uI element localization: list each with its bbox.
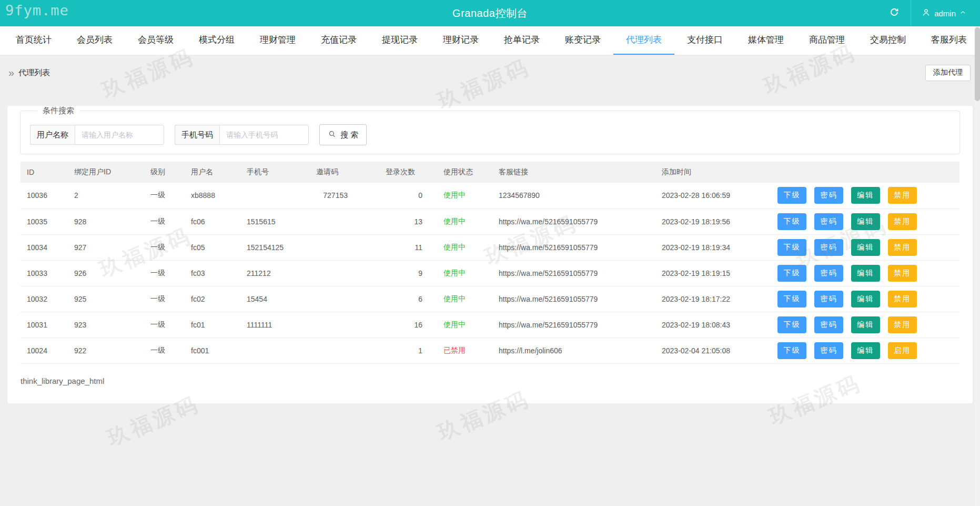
search-button[interactable]: 搜 索	[319, 124, 367, 145]
nav-tab-2[interactable]: 会员列表	[64, 26, 125, 55]
nav-tab-12[interactable]: 支付接口	[674, 26, 735, 55]
table-row: 10032 925 一级 fc02 15454 6 使用中 https://wa…	[21, 286, 959, 312]
cell-service-link: https://wa.me/5216591055779	[492, 209, 655, 234]
app-title: Granada控制台	[0, 6, 980, 21]
edit-button[interactable]: 编辑	[851, 316, 880, 333]
nav-tab-16[interactable]: 客服列表	[918, 26, 979, 55]
cell-login-count: 1	[379, 338, 437, 363]
nav-tab-15[interactable]: 交易控制	[857, 26, 918, 55]
cell-service-link: https://l.me/jolin606	[492, 338, 655, 363]
search-panel: 条件搜索 用户名称 手机号码 搜 索	[20, 106, 960, 154]
toggle-status-button[interactable]: 启用	[888, 342, 917, 359]
table-row: 10024 922 一级 fc001 1 已禁用 https://l.me/jo…	[21, 338, 959, 363]
sub-agent-button[interactable]: 下级	[777, 265, 806, 282]
cell-id: 10032	[21, 286, 68, 312]
toggle-status-button[interactable]: 禁用	[888, 316, 917, 333]
cell-actions: 下级 密码 编辑 启用	[771, 338, 959, 363]
password-button[interactable]: 密码	[814, 265, 843, 282]
cell-service-link: https://wa.me/5216591055779	[492, 312, 655, 338]
status-badge: 使用中	[437, 260, 492, 286]
user-icon	[922, 8, 931, 19]
edit-button[interactable]: 编辑	[851, 213, 880, 230]
cell-created-at: 2023-02-04 21:05:08	[655, 338, 771, 363]
username-input[interactable]	[75, 125, 164, 145]
column-header	[771, 162, 959, 183]
cell-actions: 下级 密码 编辑 禁用	[771, 209, 959, 234]
cell-created-at: 2023-02-19 18:19:15	[655, 260, 771, 286]
cell-id: 10034	[21, 234, 68, 260]
nav-tab-8[interactable]: 理财记录	[430, 26, 491, 55]
cell-service-link: 1234567890	[492, 183, 655, 209]
cell-username: fc01	[185, 312, 240, 338]
password-button[interactable]: 密码	[814, 213, 843, 230]
cell-level: 一级	[144, 260, 185, 286]
sub-agent-button[interactable]: 下级	[777, 239, 806, 256]
nav-tab-9[interactable]: 抢单记录	[491, 26, 552, 55]
nav-tab-4[interactable]: 模式分组	[186, 26, 247, 55]
cell-service-link: https://wa.me/5216591055779	[492, 234, 655, 260]
user-menu[interactable]: admin	[911, 0, 980, 26]
table-header-row: ID绑定用户ID级别用户名手机号邀请码登录次数使用状态客服链接添加时间	[21, 162, 959, 183]
nav-tab-6[interactable]: 充值记录	[308, 26, 369, 55]
cell-phone: 1111111	[240, 312, 310, 338]
cell-id: 10035	[21, 209, 68, 234]
nav-tab-1[interactable]: 首页统计	[3, 26, 64, 55]
search-button-label: 搜 索	[340, 130, 358, 140]
table-row: 10035 928 一级 fc06 1515615 13 使用中 https:/…	[21, 209, 959, 234]
cell-bind-user-id: 925	[68, 286, 144, 312]
scrollbar-thumb[interactable]	[975, 27, 980, 101]
edit-button[interactable]: 编辑	[851, 265, 880, 282]
status-badge: 使用中	[437, 183, 492, 209]
phone-input-group: 手机号码	[175, 125, 309, 145]
sub-agent-button[interactable]: 下级	[777, 187, 806, 204]
column-header: 使用状态	[437, 162, 492, 183]
password-button[interactable]: 密码	[814, 239, 843, 256]
cell-level: 一级	[144, 286, 185, 312]
cell-service-link: https://wa.me/5216591055779	[492, 286, 655, 312]
refresh-button[interactable]	[878, 0, 911, 26]
cell-username: fc001	[185, 338, 240, 363]
nav-tab-3[interactable]: 会员等级	[125, 26, 186, 55]
toggle-status-button[interactable]: 禁用	[888, 187, 917, 204]
cell-login-count: 16	[379, 312, 437, 338]
sub-agent-button[interactable]: 下级	[777, 213, 806, 230]
sub-agent-button[interactable]: 下级	[777, 316, 806, 333]
username-input-group: 用户名称	[30, 125, 164, 145]
toggle-status-button[interactable]: 禁用	[888, 291, 917, 307]
nav-tab-5[interactable]: 理财管理	[247, 26, 308, 55]
agents-table-wrap: ID绑定用户ID级别用户名手机号邀请码登录次数使用状态客服链接添加时间 1003…	[21, 162, 959, 364]
nav-tab-7[interactable]: 提现记录	[369, 26, 430, 55]
sub-agent-button[interactable]: 下级	[777, 291, 806, 307]
password-button[interactable]: 密码	[814, 187, 843, 204]
nav-tab-10[interactable]: 账变记录	[552, 26, 613, 55]
breadcrumb-row: » 代理列表 添加代理	[0, 55, 980, 90]
column-header: 客服链接	[492, 162, 655, 183]
search-icon	[328, 130, 337, 140]
scrollbar[interactable]	[975, 26, 980, 506]
cell-actions: 下级 密码 编辑 禁用	[771, 312, 959, 338]
edit-button[interactable]: 编辑	[851, 342, 880, 359]
cell-login-count: 0	[379, 183, 437, 209]
table-row: 10036 2 一级 xb8888 727153 0 使用中 123456789…	[21, 183, 959, 209]
column-header: 绑定用户ID	[68, 162, 144, 183]
cell-created-at: 2023-02-19 18:17:22	[655, 286, 771, 312]
table-body: 10036 2 一级 xb8888 727153 0 使用中 123456789…	[21, 183, 959, 363]
password-button[interactable]: 密码	[814, 342, 843, 359]
edit-button[interactable]: 编辑	[851, 187, 880, 204]
header-controls: admin	[878, 0, 980, 26]
toggle-status-button[interactable]: 禁用	[888, 239, 917, 256]
nav-tab-13[interactable]: 媒体管理	[735, 26, 796, 55]
add-agent-button[interactable]: 添加代理	[925, 65, 971, 81]
edit-button[interactable]: 编辑	[851, 239, 880, 256]
edit-button[interactable]: 编辑	[851, 291, 880, 307]
nav-tab-11[interactable]: 代理列表	[613, 26, 674, 55]
sub-agent-button[interactable]: 下级	[777, 342, 806, 359]
phone-input[interactable]	[219, 125, 309, 145]
toggle-status-button[interactable]: 禁用	[888, 213, 917, 230]
cell-id: 10036	[21, 183, 68, 209]
password-button[interactable]: 密码	[814, 291, 843, 307]
password-button[interactable]: 密码	[814, 316, 843, 333]
toggle-status-button[interactable]: 禁用	[888, 265, 917, 282]
column-header: 用户名	[185, 162, 240, 183]
nav-tab-14[interactable]: 商品管理	[796, 26, 857, 55]
